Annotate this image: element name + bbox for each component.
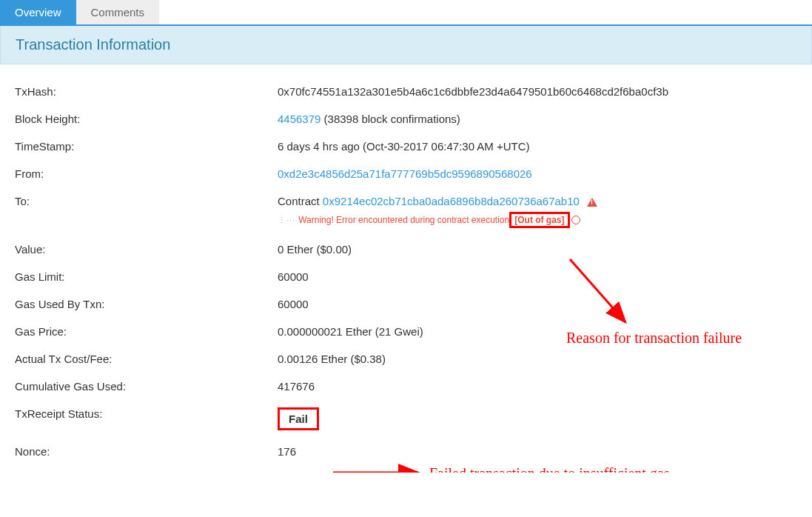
tree-branch-icon: ⋮··· bbox=[278, 216, 295, 225]
row-nonce: Nonce: 176 bbox=[15, 438, 797, 465]
warning-text: Warning! Error encountered during contra… bbox=[298, 215, 509, 225]
value-txhash: 0x70fc74551a132a301e5b4a6c1c6dbbfe23d4a6… bbox=[278, 85, 797, 98]
tab-comments[interactable]: Comments bbox=[76, 0, 160, 24]
row-cost: Actual Tx Cost/Fee: 0.00126 Ether ($0.38… bbox=[15, 345, 797, 373]
warning-triangle-icon bbox=[587, 198, 597, 207]
sad-face-icon bbox=[571, 216, 580, 224]
transaction-details: TxHash: 0x70fc74551a132a301e5b4a6c1c6dbb… bbox=[0, 64, 812, 473]
label-block-height: Block Height: bbox=[15, 113, 278, 125]
value-cumulative: 417676 bbox=[278, 380, 797, 393]
label-timestamp: TimeStamp: bbox=[15, 140, 278, 153]
label-gas-used: Gas Used By Txn: bbox=[15, 298, 278, 310]
to-contract-prefix: Contract bbox=[278, 195, 323, 207]
value-value: 0 Ether ($0.00) bbox=[278, 243, 797, 256]
label-receipt-status: TxReceipt Status: bbox=[15, 407, 278, 420]
row-timestamp: TimeStamp: 6 days 4 hrs ago (Oct-30-2017… bbox=[15, 133, 797, 160]
label-to: To: bbox=[15, 195, 278, 207]
label-nonce: Nonce: bbox=[15, 445, 278, 458]
block-link[interactable]: 4456379 bbox=[278, 113, 321, 125]
value-receipt-status: Fail bbox=[278, 407, 797, 430]
tabs: Overview Comments bbox=[0, 0, 812, 26]
value-cost: 0.00126 Ether ($0.38) bbox=[278, 353, 797, 365]
row-gas-price: Gas Price: 0.000000021 Ether (21 Gwei) bbox=[15, 318, 797, 345]
value-nonce: 176 bbox=[278, 445, 797, 458]
label-txhash: TxHash: bbox=[15, 85, 278, 98]
tab-overview[interactable]: Overview bbox=[0, 0, 76, 24]
out-of-gas-box: [Out of gas] bbox=[509, 212, 569, 228]
label-cost: Actual Tx Cost/Fee: bbox=[15, 353, 278, 365]
to-address-link[interactable]: 0x9214ec02cb71cba0ada6896b8da260736a67ab… bbox=[323, 195, 580, 207]
value-gas-limit: 60000 bbox=[278, 270, 797, 283]
row-gas-used: Gas Used By Txn: 60000 bbox=[15, 290, 797, 318]
row-cumulative: Cumulative Gas Used: 417676 bbox=[15, 373, 797, 400]
block-confirmations: (38398 block confirmations) bbox=[321, 113, 460, 125]
row-receipt-status: TxReceipt Status: Fail bbox=[15, 400, 797, 438]
value-gas-used: 60000 bbox=[278, 298, 797, 310]
value-to: Contract 0x9214ec02cb71cba0ada6896b8da26… bbox=[278, 195, 797, 228]
label-gas-limit: Gas Limit: bbox=[15, 270, 278, 283]
fail-badge: Fail bbox=[278, 407, 319, 430]
value-gas-price: 0.000000021 Ether (21 Gwei) bbox=[278, 325, 797, 338]
row-txhash: TxHash: 0x70fc74551a132a301e5b4a6c1c6dbb… bbox=[15, 78, 797, 105]
label-cumulative: Cumulative Gas Used: bbox=[15, 380, 278, 393]
row-from: From: 0xd2e3c4856d25a71fa777769b5dc95968… bbox=[15, 160, 797, 187]
label-gas-price: Gas Price: bbox=[15, 325, 278, 338]
row-gas-limit: Gas Limit: 60000 bbox=[15, 263, 797, 290]
value-from: 0xd2e3c4856d25a71fa777769b5dc95968905680… bbox=[278, 167, 797, 180]
label-from: From: bbox=[15, 167, 278, 180]
row-value: Value: 0 Ether ($0.00) bbox=[15, 236, 797, 263]
from-address-link[interactable]: 0xd2e3c4856d25a71fa777769b5dc95968905680… bbox=[278, 167, 532, 180]
value-block-height: 4456379 (38398 block confirmations) bbox=[278, 113, 797, 125]
row-to: To: Contract 0x9214ec02cb71cba0ada6896b8… bbox=[15, 187, 797, 236]
execution-warning: ⋮··· Warning! Error encountered during c… bbox=[278, 212, 797, 228]
label-value: Value: bbox=[15, 243, 278, 256]
row-block-height: Block Height: 4456379 (38398 block confi… bbox=[15, 105, 797, 133]
value-timestamp: 6 days 4 hrs ago (Oct-30-2017 06:47:30 A… bbox=[278, 140, 797, 153]
panel-title: Transaction Information bbox=[0, 26, 812, 64]
